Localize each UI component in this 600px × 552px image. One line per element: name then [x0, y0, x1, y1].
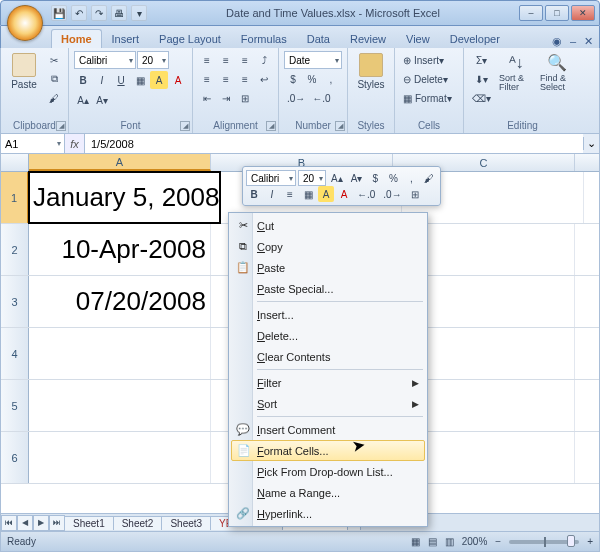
mini-font-combo[interactable]: Calibri: [246, 170, 296, 186]
sheet-tab-sheet3[interactable]: Sheet3: [161, 516, 211, 530]
format-painter-icon[interactable]: 🖌: [45, 89, 63, 107]
mini-dec-decimal-icon[interactable]: ←.0: [354, 186, 378, 202]
tab-view[interactable]: View: [396, 29, 440, 48]
mini-grow-font-icon[interactable]: A▴: [328, 170, 346, 186]
accounting-format-icon[interactable]: $: [284, 70, 302, 88]
fx-icon[interactable]: fx: [65, 134, 85, 153]
context-menu-item-format-cells[interactable]: 📄Format Cells...: [231, 440, 425, 461]
column-header-a[interactable]: A: [29, 154, 211, 171]
tab-insert[interactable]: Insert: [102, 29, 150, 48]
view-pagelayout-icon[interactable]: ▤: [428, 536, 437, 547]
number-dialog-launcher[interactable]: ◢: [335, 121, 345, 131]
mini-size-combo[interactable]: 20: [298, 170, 326, 186]
cut-icon[interactable]: ✂: [45, 51, 63, 69]
autosum-icon[interactable]: Σ▾: [469, 51, 494, 69]
qat-customize-icon[interactable]: ▾: [131, 5, 147, 21]
decrease-indent-icon[interactable]: ⇤: [198, 89, 216, 107]
mini-border-icon[interactable]: ▦: [300, 186, 316, 202]
sort-filter-button[interactable]: ᴬ↓ Sort & Filter: [497, 51, 535, 94]
context-menu-item-hyperlink[interactable]: 🔗Hyperlink...: [231, 503, 425, 524]
align-bottom-icon[interactable]: ≡: [236, 51, 254, 69]
underline-button[interactable]: U: [112, 71, 130, 89]
name-box[interactable]: A1: [1, 134, 65, 153]
context-menu-item-sort[interactable]: Sort▶: [231, 393, 425, 414]
tab-developer[interactable]: Developer: [440, 29, 510, 48]
formula-input[interactable]: 1/5/2008: [85, 134, 583, 153]
sheet-nav-prev-icon[interactable]: ◀: [17, 515, 33, 531]
paste-button[interactable]: Paste: [6, 51, 42, 92]
cell-a6[interactable]: [29, 432, 211, 483]
select-all-corner[interactable]: [1, 154, 29, 171]
cell-a4[interactable]: [29, 328, 211, 379]
view-pagebreak-icon[interactable]: ▥: [445, 536, 454, 547]
context-menu-item-name-a-range[interactable]: Name a Range...: [231, 482, 425, 503]
qat-save-icon[interactable]: 💾: [51, 5, 67, 21]
sheet-tab-sheet2[interactable]: Sheet2: [113, 516, 163, 530]
context-menu-item-paste-special[interactable]: Paste Special...: [231, 278, 425, 299]
view-normal-icon[interactable]: ▦: [411, 536, 420, 547]
merge-center-icon[interactable]: ⊞: [236, 89, 254, 107]
context-menu-item-delete[interactable]: Delete...: [231, 325, 425, 346]
insert-cells-button[interactable]: ⊕ Insert ▾: [400, 51, 458, 69]
row-header-2[interactable]: 2: [1, 224, 29, 275]
align-middle-icon[interactable]: ≡: [217, 51, 235, 69]
mini-accounting-icon[interactable]: $: [367, 170, 383, 186]
font-dialog-launcher[interactable]: ◢: [180, 121, 190, 131]
cell-styles-button[interactable]: Styles: [353, 51, 389, 92]
tab-home[interactable]: Home: [51, 29, 102, 48]
number-format-combo[interactable]: Date: [284, 51, 342, 69]
mini-merge-icon[interactable]: ⊞: [407, 186, 423, 202]
fill-icon[interactable]: ⬇▾: [469, 70, 494, 88]
alignment-dialog-launcher[interactable]: ◢: [266, 121, 276, 131]
shrink-font-icon[interactable]: A▾: [93, 91, 111, 109]
close-button[interactable]: ✕: [571, 5, 595, 21]
orientation-icon[interactable]: ⤴: [255, 51, 273, 69]
context-menu-item-filter[interactable]: Filter▶: [231, 372, 425, 393]
delete-cells-button[interactable]: ⊖ Delete ▾: [400, 70, 458, 88]
tab-formulas[interactable]: Formulas: [231, 29, 297, 48]
row-header-3[interactable]: 3: [1, 276, 29, 327]
align-right-icon[interactable]: ≡: [236, 70, 254, 88]
fill-color-icon[interactable]: A: [150, 71, 168, 89]
qat-print-icon[interactable]: 🖶: [111, 5, 127, 21]
wrap-text-icon[interactable]: ↩: [255, 70, 273, 88]
sheet-nav-next-icon[interactable]: ▶: [33, 515, 49, 531]
clipboard-dialog-launcher[interactable]: ◢: [56, 121, 66, 131]
mini-format-painter-icon[interactable]: 🖌: [421, 170, 437, 186]
row-header-4[interactable]: 4: [1, 328, 29, 379]
tab-review[interactable]: Review: [340, 29, 396, 48]
font-name-combo[interactable]: Calibri: [74, 51, 136, 69]
align-center-icon[interactable]: ≡: [217, 70, 235, 88]
expand-formula-bar-icon[interactable]: ⌄: [583, 137, 599, 150]
minimize-button[interactable]: –: [519, 5, 543, 21]
tab-data[interactable]: Data: [297, 29, 340, 48]
qat-undo-icon[interactable]: ↶: [71, 5, 87, 21]
increase-indent-icon[interactable]: ⇥: [217, 89, 235, 107]
copy-icon[interactable]: ⧉: [45, 70, 63, 88]
cell-a1[interactable]: January 5, 2008: [29, 172, 220, 223]
row-header-6[interactable]: 6: [1, 432, 29, 483]
mini-bold-button[interactable]: B: [246, 186, 262, 202]
tab-page-layout[interactable]: Page Layout: [149, 29, 231, 48]
context-menu-item-clear-contents[interactable]: Clear Contents: [231, 346, 425, 367]
mini-font-color-icon[interactable]: A: [336, 186, 352, 202]
clear-icon[interactable]: ⌫▾: [469, 89, 494, 107]
grow-font-icon[interactable]: A▴: [74, 91, 92, 109]
mini-comma-icon[interactable]: ,: [403, 170, 419, 186]
zoom-in-icon[interactable]: +: [587, 536, 593, 547]
mini-inc-decimal-icon[interactable]: .0→: [380, 186, 404, 202]
align-left-icon[interactable]: ≡: [198, 70, 216, 88]
italic-button[interactable]: I: [93, 71, 111, 89]
sheet-tab-sheet1[interactable]: Sheet1: [64, 516, 114, 530]
qat-redo-icon[interactable]: ↷: [91, 5, 107, 21]
office-button[interactable]: [7, 5, 43, 41]
mini-percent-icon[interactable]: %: [385, 170, 401, 186]
context-menu-item-paste[interactable]: 📋Paste: [231, 257, 425, 278]
decrease-decimal-icon[interactable]: ←.0: [309, 89, 333, 107]
sheet-nav-last-icon[interactable]: ⏭: [49, 515, 65, 531]
row-header-5[interactable]: 5: [1, 380, 29, 431]
find-select-button[interactable]: 🔍 Find & Select: [538, 51, 576, 94]
zoom-level[interactable]: 200%: [462, 536, 488, 547]
percent-format-icon[interactable]: %: [303, 70, 321, 88]
cell-a3[interactable]: 07/20/2008: [29, 276, 211, 327]
